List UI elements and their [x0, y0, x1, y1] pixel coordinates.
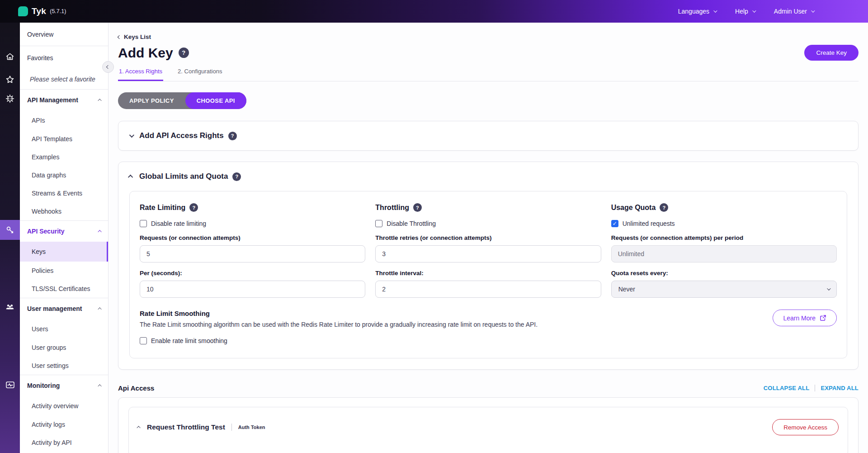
quota-requests-input[interactable]	[611, 245, 837, 262]
sidebar-item-streams-events[interactable]: Streams & Events	[20, 184, 108, 202]
sidebar-item-activity-by-api[interactable]: Activity by API	[20, 434, 108, 452]
sidebar-section-user-management[interactable]: User management	[20, 298, 108, 319]
api-access-entry: Request Throttling Test Auth Token Remov…	[128, 407, 848, 453]
chevron-down-icon	[713, 9, 717, 12]
chevron-down-icon	[827, 286, 830, 290]
help-icon[interactable]	[189, 203, 198, 212]
tab-bar: 1. Access Rights 2. Configurations	[118, 68, 859, 81]
unlimited-requests-checkbox[interactable]: Unlimited requests	[611, 220, 837, 227]
sidebar-item-webhooks[interactable]: Webhooks	[20, 202, 108, 220]
sidebar-item-examples[interactable]: Examples	[20, 148, 108, 166]
disable-rate-limiting-checkbox[interactable]: Disable rate limiting	[140, 220, 365, 227]
throttle-retries-input[interactable]	[375, 245, 601, 262]
help-icon[interactable]	[413, 203, 422, 212]
section-label: User management	[27, 305, 82, 312]
apply-policy-toggle[interactable]: APPLY POLICY	[118, 92, 185, 109]
checkbox-label: Disable Throttling	[387, 220, 436, 227]
main-content: Keys List Add Key Create Key 1. Access R…	[108, 23, 868, 453]
help-icon[interactable]	[660, 203, 668, 212]
icon-rail	[0, 23, 20, 453]
tyk-logo[interactable]: Tyk (5.7.1)	[0, 6, 66, 16]
per-seconds-label: Per (seconds):	[140, 270, 365, 277]
home-icon[interactable]	[0, 47, 20, 67]
favorites-hint: Please select a favorite	[20, 69, 108, 89]
collapse-all-button[interactable]: COLLAPSE ALL	[764, 385, 810, 391]
chevron-down-icon	[129, 133, 134, 138]
sidebar-item-activity-overview[interactable]: Activity overview	[20, 396, 108, 415]
sidebar-item-activity-logs[interactable]: Activity logs	[20, 415, 108, 434]
remove-access-button[interactable]: Remove Access	[772, 419, 839, 435]
sidebar-item-users[interactable]: Users	[20, 319, 108, 339]
section-label: API Security	[27, 228, 64, 235]
sidebar-item-keys[interactable]: Keys	[20, 242, 108, 262]
global-limits-header[interactable]: Global Limits and Quota	[129, 172, 847, 181]
sidebar-item-policies[interactable]: Policies	[20, 262, 108, 280]
chevron-up-icon[interactable]	[137, 426, 140, 429]
api-entry-name: Request Throttling Test	[147, 423, 225, 431]
smoothing-description: The Rate Limit smoothing algorithm can b…	[140, 321, 538, 328]
learn-more-button[interactable]: Learn More	[773, 310, 837, 326]
breadcrumb-label: Keys List	[124, 33, 151, 40]
sidebar-item-user-groups[interactable]: User groups	[20, 339, 108, 357]
policy-api-toggle: APPLY POLICY CHOOSE API	[118, 92, 246, 109]
quota-resets-select[interactable]: Never	[611, 281, 837, 298]
expand-all-button[interactable]: EXPAND ALL	[821, 385, 859, 391]
tab-access-rights[interactable]: 1. Access Rights	[118, 68, 163, 81]
favorites-star-icon[interactable]	[0, 70, 20, 90]
disable-throttling-checkbox[interactable]: Disable Throttling	[375, 220, 601, 227]
card-title-text: Global Limits and Quota	[139, 172, 228, 181]
help-icon[interactable]	[232, 172, 241, 181]
smoothing-title: Rate Limit Smoothing	[140, 310, 538, 317]
section-label: Monitoring	[27, 382, 60, 389]
throttle-retries-label: Throttle retries (or connection attempts…	[375, 234, 601, 241]
api-management-gear-icon[interactable]	[0, 89, 20, 109]
add-api-access-rights-header[interactable]: Add API Access Rights	[129, 131, 847, 140]
rate-limit-smoothing-section: Rate Limit Smoothing The Rate Limit smoo…	[130, 298, 847, 358]
monitoring-activity-icon[interactable]	[0, 375, 20, 395]
chevron-left-icon	[118, 35, 121, 38]
sidebar-section-api-management[interactable]: API Management	[20, 90, 108, 110]
throttling-title: Throttling	[375, 204, 409, 212]
requests-input[interactable]	[140, 245, 365, 262]
tab-configurations[interactable]: 2. Configurations	[177, 68, 223, 81]
checkbox-unchecked-icon	[375, 220, 382, 227]
help-icon[interactable]	[179, 48, 189, 58]
divider	[815, 385, 815, 391]
sidebar-item-api-templates[interactable]: API Templates	[20, 130, 108, 148]
choose-api-toggle[interactable]: CHOOSE API	[185, 92, 246, 109]
create-key-button[interactable]: Create Key	[804, 45, 859, 61]
chevron-up-icon	[98, 307, 101, 311]
enable-smoothing-checkbox[interactable]: Enable rate limit smoothing	[140, 337, 538, 344]
sidebar-item-apis[interactable]: APIs	[20, 110, 108, 130]
throttle-interval-input[interactable]	[375, 281, 601, 298]
chevron-down-icon	[811, 9, 815, 12]
page-title-text: Add Key	[118, 45, 173, 61]
breadcrumb[interactable]: Keys List	[118, 33, 151, 40]
sidebar-collapse-button[interactable]	[102, 61, 114, 73]
sidebar-item-user-settings[interactable]: User settings	[20, 357, 108, 375]
limits-panel: Rate Limiting Disable rate limiting Requ…	[129, 191, 847, 358]
add-api-access-rights-card: Add API Access Rights	[118, 121, 859, 151]
per-seconds-input[interactable]	[140, 281, 365, 298]
api-entry-auth-type: Auth Token	[238, 424, 265, 430]
api-access-card: Request Throttling Test Auth Token Remov…	[118, 397, 859, 453]
page-title: Add Key	[118, 45, 189, 61]
user-management-users-icon[interactable]	[0, 297, 20, 317]
help-icon[interactable]	[228, 132, 237, 140]
brand-name: Tyk	[32, 6, 46, 16]
sidebar-item-favorites[interactable]: Favorites	[20, 46, 108, 69]
sidebar-section-monitoring[interactable]: Monitoring	[20, 375, 108, 396]
chevron-up-icon	[98, 230, 101, 234]
sidebar-item-tls-ssl-certificates[interactable]: TLS/SSL Certificates	[20, 280, 108, 298]
select-value: Never	[618, 286, 635, 293]
api-security-key-icon[interactable]	[0, 220, 20, 240]
sidebar-item-data-graphs[interactable]: Data graphs	[20, 166, 108, 184]
languages-menu[interactable]: Languages	[678, 8, 716, 15]
sidebar-item-overview[interactable]: Overview	[20, 23, 108, 46]
topbar-menus: Languages Help Admin User	[678, 8, 868, 15]
help-menu[interactable]: Help	[735, 8, 755, 15]
sidebar-section-api-security[interactable]: API Security	[20, 221, 108, 242]
card-title-text: Add API Access Rights	[139, 131, 224, 140]
admin-user-menu[interactable]: Admin User	[774, 8, 814, 15]
chevron-left-icon	[106, 65, 110, 69]
